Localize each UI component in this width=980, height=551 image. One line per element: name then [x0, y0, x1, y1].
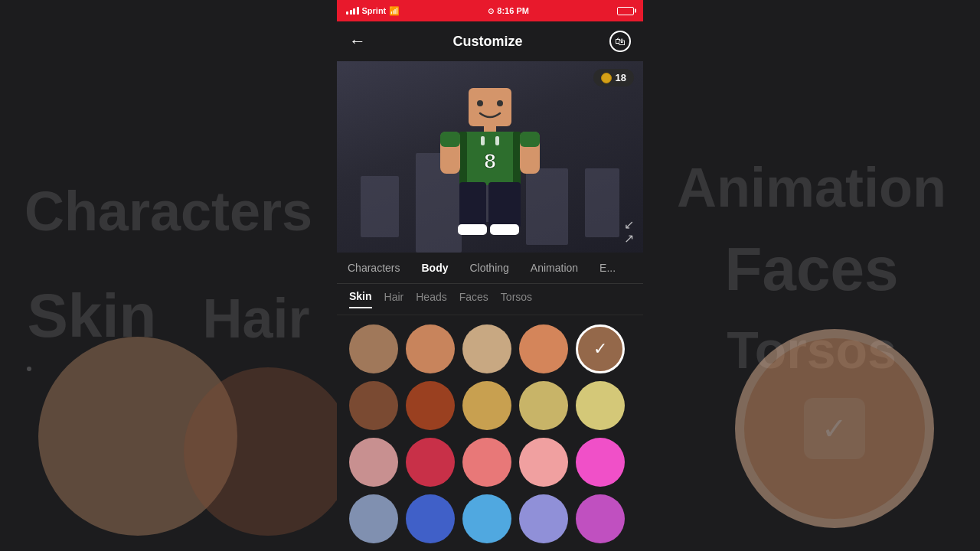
tab-animation[interactable]: Animation — [520, 253, 589, 283]
color-swatch-1-2[interactable] — [462, 381, 511, 430]
status-time: 8:16 PM — [497, 6, 529, 15]
expand-icons[interactable]: ↙ ↗ — [624, 219, 634, 245]
color-grid: ✓ — [337, 315, 643, 551]
tab-hair[interactable]: Hair — [384, 291, 404, 308]
svg-point-2 — [497, 100, 503, 106]
status-time-area: ⊙ 8:16 PM — [488, 6, 529, 15]
signal-icon — [346, 7, 359, 15]
status-left: Sprint 📶 — [346, 6, 400, 16]
color-swatch-1-4[interactable] — [576, 381, 625, 430]
tabs-secondary: Skin Hair Heads Faces Torsos — [337, 284, 643, 315]
color-swatch-3-4[interactable] — [576, 494, 625, 543]
bg-faces-text: Faces — [725, 234, 899, 305]
color-swatch-2-1[interactable] — [406, 438, 455, 487]
color-row-4 — [349, 494, 631, 543]
color-swatch-2-0[interactable] — [349, 438, 398, 487]
tab-characters[interactable]: Characters — [337, 253, 410, 283]
color-swatch-0-2[interactable] — [462, 324, 511, 373]
tab-skin[interactable]: Skin — [349, 290, 372, 308]
svg-rect-17 — [490, 224, 519, 235]
color-swatch-0-4[interactable]: ✓ — [576, 324, 625, 373]
color-swatch-0-0[interactable] — [349, 324, 398, 373]
coins-amount: 18 — [616, 72, 626, 83]
back-button[interactable]: ← — [349, 31, 366, 51]
svg-rect-0 — [469, 88, 511, 126]
tab-torsos[interactable]: Torsos — [501, 291, 532, 308]
svg-rect-3 — [484, 125, 496, 132]
battery-icon — [617, 7, 634, 15]
svg-rect-9 — [495, 136, 499, 145]
color-swatch-2-3[interactable] — [519, 438, 568, 487]
color-swatch-3-3[interactable] — [519, 494, 568, 543]
color-swatch-1-0[interactable] — [349, 381, 398, 430]
bg-characters-text: Characters — [24, 180, 312, 243]
tab-heads[interactable]: Heads — [416, 291, 446, 308]
bg-animation-text: Animation — [677, 156, 946, 219]
carrier-name: Sprint — [362, 6, 387, 15]
bg-left-panel: Characters Skin Hair — [0, 0, 337, 551]
bg-right-panel: Animation Faces Torsos ✓ — [643, 0, 980, 551]
color-swatch-2-2[interactable] — [462, 438, 511, 487]
status-right — [617, 7, 634, 15]
svg-rect-8 — [481, 136, 485, 145]
tab-clothing[interactable]: Clothing — [459, 253, 519, 283]
color-swatch-1-1[interactable] — [406, 381, 455, 430]
color-row-1: ✓ — [349, 324, 631, 373]
cart-icon: 🛍 — [609, 31, 631, 52]
svg-text:8: 8 — [484, 149, 496, 173]
bg-hair-text: Hair — [202, 287, 309, 350]
coin-icon — [601, 73, 612, 83]
collapse-icon[interactable]: ↙ — [624, 219, 634, 231]
character-figure: 8 — [429, 77, 551, 237]
svg-rect-11 — [440, 132, 460, 147]
cart-button[interactable]: 🛍 — [609, 31, 631, 52]
expand-icon[interactable]: ↗ — [624, 233, 634, 245]
svg-rect-5 — [459, 132, 467, 185]
color-swatch-2-4[interactable] — [576, 438, 625, 487]
svg-rect-16 — [458, 224, 487, 235]
svg-rect-15 — [488, 182, 521, 228]
color-row-3 — [349, 438, 631, 487]
svg-rect-6 — [513, 132, 521, 185]
coins-badge: 18 — [593, 69, 634, 86]
status-bar: Sprint 📶 ⊙ 8:16 PM — [337, 0, 643, 21]
color-swatch-3-0[interactable] — [349, 494, 398, 543]
battery-fill — [618, 8, 623, 15]
character-preview: 8 — [337, 61, 643, 253]
color-swatch-0-3[interactable] — [519, 324, 568, 373]
svg-rect-13 — [520, 132, 540, 147]
phone-container: Sprint 📶 ⊙ 8:16 PM ← Customize 🛍 — [337, 0, 643, 551]
color-swatch-0-1[interactable] — [406, 324, 455, 373]
nav-bar: ← Customize 🛍 — [337, 21, 643, 61]
svg-point-1 — [477, 100, 483, 106]
clock-icon: ⊙ — [488, 7, 494, 15]
selected-check: ✓ — [578, 327, 622, 371]
color-swatch-3-1[interactable] — [406, 494, 455, 543]
tab-body[interactable]: Body — [410, 253, 459, 283]
tab-faces[interactable]: Faces — [459, 291, 488, 308]
wifi-icon: 📶 — [389, 6, 400, 16]
page-title: Customize — [452, 34, 522, 50]
color-swatch-1-3[interactable] — [519, 381, 568, 430]
color-row-2 — [349, 381, 631, 430]
tab-extra[interactable]: E... — [589, 253, 626, 283]
color-swatch-3-2[interactable] — [462, 494, 511, 543]
svg-rect-14 — [459, 182, 486, 228]
character-svg: 8 — [429, 77, 551, 237]
tabs-primary: Characters Body Clothing Animation E... — [337, 253, 643, 284]
